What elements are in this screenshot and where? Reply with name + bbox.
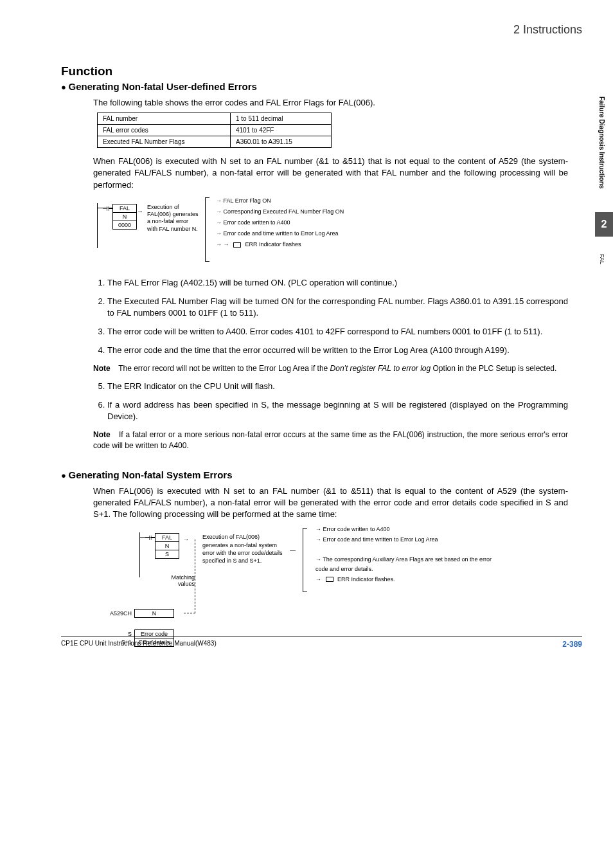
list-item: The FAL Error Flag (A402.15) will be tur… [107,277,568,289]
intro-text: The following table shows the error code… [93,97,568,109]
ladder-box: FAL [112,204,137,213]
note-label: Note [93,429,116,440]
ladder-box: N [155,541,179,550]
page-footer: CP1E CPU Unit Instructions Reference Man… [61,637,582,649]
paragraph-2: When FAL(006) is executed with N set to … [93,485,568,521]
list-item: The error code and the time that the err… [107,345,568,357]
note-1: Note The error record will not be writte… [93,363,568,374]
heading-generating-nonfatal-user: Generating Non-fatal User-defined Errors [61,81,568,92]
footer-doc-title: CP1E CPU Unit Instructions Reference Man… [61,640,217,649]
dashed-connector [195,539,195,613]
heading-function: Function [61,64,568,78]
ladder-box: S [155,550,179,559]
list-item: The error code will be written to A400. … [107,326,568,338]
outcome-item: Error code and time written to Error Log… [315,535,502,545]
outcome-item: Error code written to A400 [315,525,502,534]
cell: 4101 to 42FF [231,125,332,136]
diagram-outcomes: Error code written to A400 Error code an… [315,525,502,584]
arrow-icon: — [290,547,296,554]
ladder-box: FAL [155,533,179,542]
heading-generating-nonfatal-system: Generating Non-fatal System Errors [61,469,568,480]
sidebar-category: Failure Diagnosis Instructions [598,96,605,188]
list-item: If a word address has been specified in … [107,399,568,424]
ladder-box: 0000 [112,221,137,230]
note-label: Note [93,363,116,374]
led-icon [233,242,241,248]
list-item: The ERR Indicator on the CPU Unit will f… [107,381,568,393]
a529-row: A529CHN [97,609,174,618]
matching-values-label: Matching values [163,574,195,587]
sidebar-instruction: FAL [599,254,605,264]
cell: FAL error codes [98,125,231,136]
diagram-outcomes: FAL Error Flag ON Corresponding Executed… [216,195,344,250]
numbered-list: The FAL Error Flag (A402.15) will be tur… [93,277,568,357]
paragraph-1: When FAL(006) is executed with N set to … [93,156,568,191]
diagram-fal-exec-1: ⊣⊢ FAL N 0000 → Execution of FAL(006) ge… [97,199,568,269]
outcome-item: Corresponding Executed FAL Number Flag O… [216,206,344,217]
cell: 1 to 511 decimal [231,113,332,125]
cell: Executed FAL Number Flags [98,136,231,148]
numbered-list-cont: The ERR Indicator on the CPU Unit will f… [93,381,568,424]
led-icon [326,577,333,582]
exec-description: Execution of FAL(006) generates a non-fa… [202,533,286,565]
sidebar-chapter-tab: 2 [595,212,613,237]
note-2: Note If a fatal error or a more serious … [93,429,568,451]
ladder-box: N [112,212,137,221]
outcome-item: The corresponding Auxiliary Area Flags a… [315,555,502,575]
outcome-item: Error code written to A400 [216,217,344,228]
exec-description: Execution of FAL(006) generates a non-fa… [147,204,199,233]
footer-page-number: 2-389 [562,640,582,649]
arrow-icon: → [137,208,143,215]
list-item: The Executed FAL Number Flag will be tur… [107,296,568,320]
cell: FAL number [98,113,231,125]
fal-table: FAL number1 to 511 decimal FAL error cod… [97,113,332,148]
cell: A360.01 to A391.15 [231,136,332,148]
outcome-item: → ERR Indicator flashes. [315,575,502,584]
arrow-icon: → [183,536,189,543]
outcome-item: → ERR Indicator flashes [216,239,344,250]
outcome-item: Error code and time written to Error Log… [216,228,344,239]
outcome-item: FAL Error Flag ON [216,195,344,206]
sidebar-tabs: Failure Diagnosis Instructions 2 FAL [592,0,613,671]
header-section: 2 Instructions [513,23,582,37]
